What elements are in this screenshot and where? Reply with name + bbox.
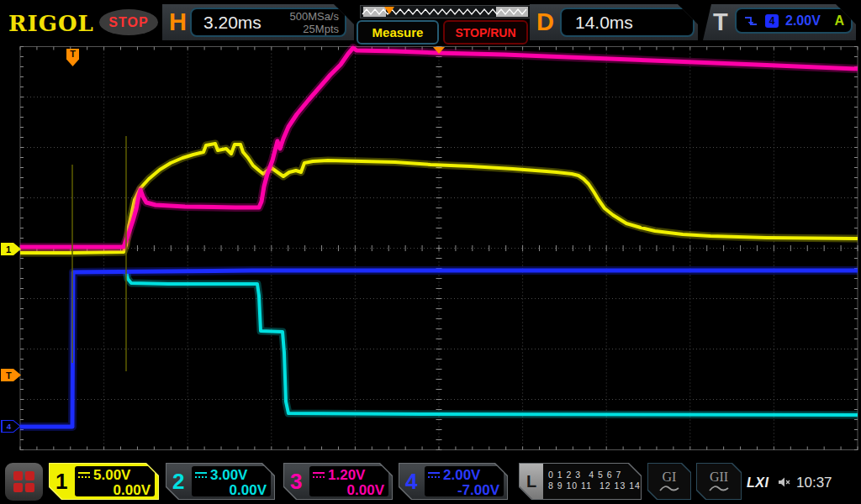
trigger-mode-badge: A xyxy=(834,13,844,29)
dc-coupling-icon xyxy=(195,472,207,478)
horizontal-center-icon xyxy=(433,47,445,54)
channel-2-offset: 0.00V xyxy=(195,483,267,498)
channel-1-offset: 0.00V xyxy=(78,483,151,498)
dc-coupling-icon xyxy=(78,472,90,478)
timebase-box[interactable]: 3.20ms 500MSa/s 25Mpts xyxy=(190,8,346,37)
stop-run-button[interactable]: STOP/RUN xyxy=(443,20,528,45)
channel-3-offset: 0.00V xyxy=(313,483,384,498)
dc-coupling-icon xyxy=(428,472,440,478)
channel-1-scale: 5.00V xyxy=(93,467,130,484)
sample-rate: 500MSa/s xyxy=(289,10,339,23)
channel-2-number: 2 xyxy=(172,469,184,495)
memory-depth: 25Mpts xyxy=(289,23,339,35)
logic-channel-list: 0 1 2 3 4 5 6 7 8 9 10 11 12 13 14 15 xyxy=(548,470,655,491)
channel-1-number: 1 xyxy=(55,469,67,495)
memory-position-bar[interactable] xyxy=(360,5,533,18)
falling-edge-icon xyxy=(743,14,758,28)
trigger-level-value: 2.00V xyxy=(785,13,821,29)
menu-grid-icon xyxy=(13,471,34,492)
channel-2-tab[interactable]: 2 3.00V 0.00V xyxy=(166,463,275,500)
oscilloscope-screen: RIGOL STOP H 3.20ms 500MSa/s 25Mpts Meas… xyxy=(0,0,861,504)
logic-channels-tab[interactable]: L 0 1 2 3 4 5 6 7 8 9 10 11 12 13 14 15 xyxy=(519,463,642,500)
channel-2-scale: 3.00V xyxy=(210,467,247,484)
channel-4-scale: 2.00V xyxy=(443,467,480,484)
logic-label: L xyxy=(526,472,536,491)
menu-button[interactable] xyxy=(5,463,43,501)
speaker-muted-icon[interactable] xyxy=(778,476,793,488)
horizontal-label: H xyxy=(169,10,187,34)
gen2-label: GII xyxy=(710,470,728,483)
delay-label: D xyxy=(536,10,554,34)
clock: 10:37 xyxy=(796,475,832,491)
channel-4-tab[interactable]: 4 2.00V -7.00V xyxy=(399,463,508,500)
channel-1-tab[interactable]: 1 5.00V 0.00V xyxy=(49,463,159,500)
rigol-logo: RIGOL xyxy=(8,11,94,36)
trigger-source-badge: 4 xyxy=(765,14,779,28)
trigger-position-icon xyxy=(384,7,394,14)
channel-4-offset: -7.00V xyxy=(428,483,499,498)
lxi-indicator: LXI xyxy=(747,475,769,491)
delay-box[interactable]: 14.0ms xyxy=(560,8,695,37)
trigger-box[interactable]: 4 2.00V A xyxy=(735,8,853,34)
delay-value: 14.0ms xyxy=(575,13,633,33)
trigger-tile[interactable]: T 4 2.00V A xyxy=(703,4,856,40)
measure-button[interactable]: Measure xyxy=(357,20,439,45)
gen1-tab[interactable]: GI xyxy=(647,463,691,500)
run-state-badge: STOP xyxy=(99,9,158,35)
gen2-tab[interactable]: GII xyxy=(696,463,742,500)
sine-wave-icon xyxy=(658,483,680,493)
trigger-label: T xyxy=(713,10,728,34)
sine-wave-icon xyxy=(708,483,730,493)
channel-4-number: 4 xyxy=(405,469,417,495)
dc-coupling-icon xyxy=(313,472,325,478)
channel-3-tab[interactable]: 3 1.20V 0.00V xyxy=(283,463,393,500)
timebase-value: 3.20ms xyxy=(203,13,261,33)
channel-3-scale: 1.20V xyxy=(328,467,365,484)
waveform-display xyxy=(0,0,861,460)
gen1-label: GI xyxy=(663,470,677,483)
channel-3-number: 3 xyxy=(290,469,302,495)
horizontal-tile[interactable]: H 3.20ms 500MSa/s 25Mpts xyxy=(162,4,354,40)
delay-tile[interactable]: D 14.0ms xyxy=(530,4,698,40)
